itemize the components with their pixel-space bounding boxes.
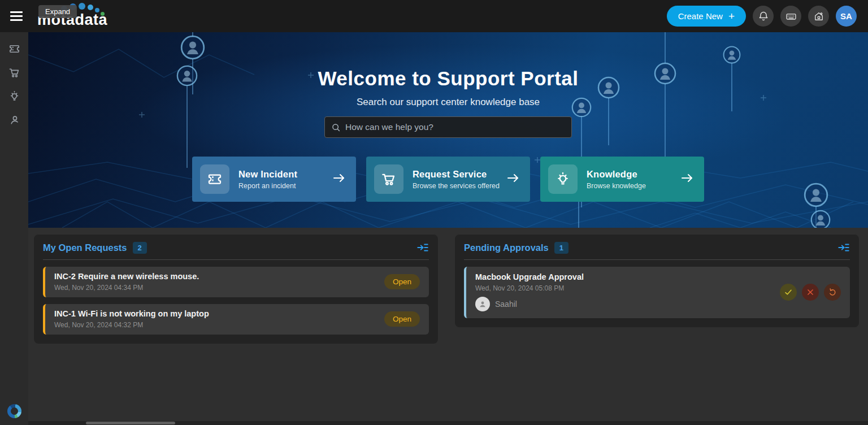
bulb-icon xyxy=(554,171,571,188)
scrollbar-thumb[interactable] xyxy=(86,422,175,424)
requester-name: Saahil xyxy=(495,300,517,309)
panel-title: My Open Requests xyxy=(43,242,127,253)
hero-subtitle: Search our support center knowledge base xyxy=(357,97,540,108)
search-box[interactable] xyxy=(324,116,572,138)
panel-pending-approvals: Pending Approvals 1 Macbook Upgrade Appr… xyxy=(455,235,859,327)
request-item[interactable]: INC-2 Require a new wireless mouse. Wed,… xyxy=(43,267,429,297)
header-bar: motadata Expand Create New + xyxy=(0,0,868,32)
go-to-requests-list-button[interactable] xyxy=(416,241,429,254)
brand-logo[interactable]: motadata Expand xyxy=(37,0,122,32)
approval-date: Wed, Nov 20, 2024 05:08 PM xyxy=(475,284,584,292)
hero-banner: Welcome to Support Portal Search our sup… xyxy=(28,32,868,228)
search-icon xyxy=(331,123,341,132)
bulb-icon xyxy=(8,90,21,103)
divider xyxy=(464,259,850,260)
hamburger-menu-button[interactable] xyxy=(3,5,29,28)
bell-icon xyxy=(758,11,769,22)
horizontal-scrollbar[interactable] xyxy=(0,421,868,425)
sidebar-item-service-catalog[interactable] xyxy=(0,60,28,84)
card-title: Request Service xyxy=(413,169,500,180)
sidebar-item-knowledge[interactable] xyxy=(0,84,28,108)
logo-dot xyxy=(95,8,99,12)
x-icon xyxy=(806,288,814,296)
sidebar-item-profile[interactable] xyxy=(0,108,28,132)
action-card-request-service[interactable]: Request Service Browse the services offe… xyxy=(366,157,530,202)
card-title: Knowledge xyxy=(587,169,646,180)
hero-title: Welcome to Support Portal xyxy=(318,67,578,90)
keyboard-shortcuts-button[interactable] xyxy=(780,6,801,27)
count-badge: 1 xyxy=(554,242,568,254)
menu-icon xyxy=(10,11,23,13)
create-new-button[interactable]: Create New + xyxy=(667,6,746,27)
check-icon xyxy=(784,288,793,297)
request-title: INC-1 Wi-Fi is not working on my laptop xyxy=(54,309,209,318)
ticket-icon xyxy=(8,42,21,55)
user-avatar[interactable]: SA xyxy=(836,6,857,27)
logo-dot xyxy=(88,5,93,10)
request-date: Wed, Nov 20, 2024 04:32 PM xyxy=(54,321,209,329)
ticket-icon xyxy=(206,171,223,188)
person-icon xyxy=(478,300,487,309)
revoke-button[interactable] xyxy=(824,284,841,301)
reject-button[interactable] xyxy=(802,284,819,301)
panel-my-open-requests: My Open Requests 2 INC-2 Require a new w… xyxy=(34,235,438,344)
card-subtitle: Browse knowledge xyxy=(587,182,646,190)
search-input[interactable] xyxy=(345,122,565,132)
approval-title: Macbook Upgrade Approval xyxy=(475,272,584,281)
card-subtitle: Browse the services offered xyxy=(413,182,500,190)
arrow-right-icon xyxy=(506,171,520,187)
arrow-right-icon xyxy=(680,171,694,187)
card-subtitle: Report an incident xyxy=(238,182,297,190)
action-card-knowledge[interactable]: Knowledge Browse knowledge xyxy=(540,157,704,202)
user-icon xyxy=(8,114,21,127)
logo-dot xyxy=(79,3,85,10)
arrow-right-icon xyxy=(332,171,346,187)
sidebar xyxy=(0,32,28,425)
go-to-list-icon xyxy=(837,241,850,254)
panel-title: Pending Approvals xyxy=(464,242,549,253)
card-icon-tile xyxy=(200,164,229,194)
card-icon-tile xyxy=(374,164,403,194)
card-title: New Incident xyxy=(238,169,297,180)
approve-button[interactable] xyxy=(780,284,797,301)
logo-dot xyxy=(101,12,105,16)
approval-item[interactable]: Macbook Upgrade Approval Wed, Nov 20, 20… xyxy=(464,267,850,318)
cart-icon xyxy=(8,66,21,79)
divider xyxy=(43,259,429,260)
count-badge: 2 xyxy=(133,242,147,254)
action-card-new-incident[interactable]: New Incident Report an incident xyxy=(192,157,356,202)
go-to-approvals-list-button[interactable] xyxy=(837,241,850,254)
sidebar-item-incidents[interactable] xyxy=(0,37,28,60)
request-title: INC-2 Require a new wireless mouse. xyxy=(54,272,199,281)
go-to-list-icon xyxy=(416,241,429,254)
request-date: Wed, Nov 20, 2024 04:34 PM xyxy=(54,284,199,292)
quick-action-cards: New Incident Report an incident Request … xyxy=(192,157,704,202)
keyboard-icon xyxy=(785,11,797,22)
undo-icon xyxy=(828,288,837,297)
home-button[interactable] xyxy=(808,6,829,27)
dashboard-panels: My Open Requests 2 INC-2 Require a new w… xyxy=(28,228,868,425)
plus-icon: + xyxy=(728,11,735,21)
expand-tooltip: Expand xyxy=(38,5,77,18)
notifications-button[interactable] xyxy=(753,6,774,27)
requester-avatar xyxy=(475,297,490,311)
request-item[interactable]: INC-1 Wi-Fi is not working on my laptop … xyxy=(43,304,429,335)
home-icon xyxy=(813,11,824,22)
cart-icon xyxy=(380,171,397,188)
sidebar-brand-spinner xyxy=(7,404,21,418)
status-badge-open: Open xyxy=(384,274,420,289)
card-icon-tile xyxy=(548,164,578,194)
status-badge-open: Open xyxy=(384,311,420,327)
